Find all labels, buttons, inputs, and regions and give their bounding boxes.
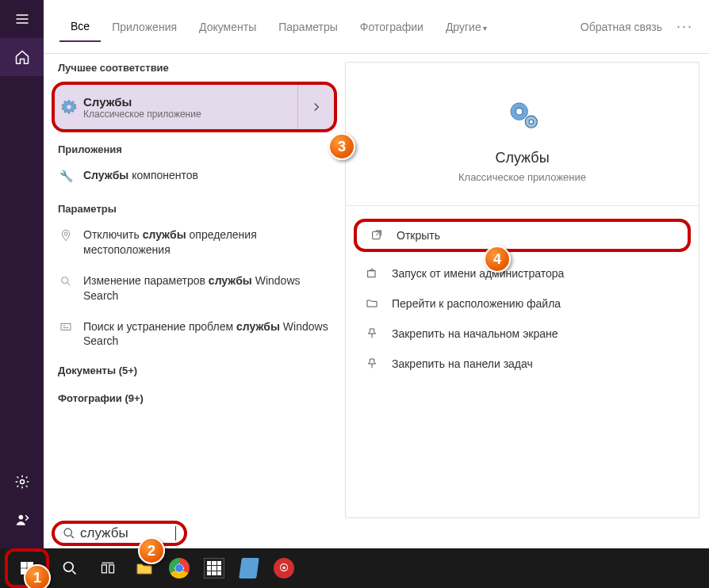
svg-point-0 [20, 480, 24, 484]
troubleshoot-icon [58, 319, 74, 335]
folder-icon [365, 296, 379, 311]
setting-result-label: Изменение параметров службы Windows Sear… [83, 273, 331, 304]
tab-apps[interactable]: Приложения [101, 13, 188, 41]
setting-result-item[interactable]: Изменение параметров службы Windows Sear… [44, 265, 345, 311]
section-params: Параметры [44, 192, 345, 220]
section-photographs[interactable]: Фотографии (9+) [44, 384, 345, 412]
action-open-label: Открыть [397, 229, 440, 242]
pin-taskbar-icon [365, 357, 379, 371]
setting-result-label: Отключить службы определения местоположе… [83, 227, 331, 258]
best-match-title: Службы [83, 95, 297, 109]
admin-icon [365, 266, 379, 281]
section-apps: Приложения [44, 132, 345, 160]
taskbar-search-button[interactable] [51, 552, 89, 585]
search-service-icon [58, 273, 74, 289]
search-input[interactable]: службы [80, 525, 175, 541]
svg-point-3 [62, 277, 68, 283]
section-best-match: Лучшее соответствие [44, 54, 345, 78]
detail-app-icon [502, 94, 543, 136]
annotation-step-4: 4 [484, 246, 511, 273]
svg-point-1 [18, 515, 22, 519]
action-open[interactable]: Открыть [357, 222, 688, 249]
component-services-icon: 🔧 [58, 168, 74, 184]
home-button[interactable] [0, 38, 44, 76]
best-match-subtitle: Классическое приложение [83, 109, 297, 120]
svg-rect-16 [102, 565, 107, 573]
taskbar: ⦿ [0, 548, 709, 588]
annotation-step-1: 1 [24, 564, 51, 588]
action-runas-label: Запуск от имени администратора [392, 267, 564, 280]
taskbar-app-calculator[interactable] [200, 554, 228, 582]
tab-settings[interactable]: Параметры [267, 13, 349, 41]
more-menu-button[interactable]: ··· [676, 18, 693, 35]
setting-result-item[interactable]: Поиск и устранение проблем службы Window… [44, 311, 345, 357]
location-off-icon [58, 227, 74, 243]
action-run-as-admin[interactable]: Запуск от имени администратора [349, 258, 696, 288]
detail-subtitle: Классическое приложение [458, 171, 586, 183]
pin-start-icon [365, 326, 379, 341]
detail-panel: Службы Классическое приложение Открыть З… [345, 62, 699, 518]
svg-point-5 [515, 108, 523, 115]
setting-result-item[interactable]: Отключить службы определения местоположе… [44, 220, 345, 265]
hamburger-button[interactable] [0, 0, 44, 38]
svg-rect-9 [368, 271, 375, 277]
action-pin-to-taskbar[interactable]: Закрепить на панели задач [349, 349, 696, 379]
app-result-label: Службы компонентов [83, 168, 198, 183]
taskbar-app-chrome[interactable] [165, 554, 194, 582]
action-pin-to-start[interactable]: Закрепить на начальном экране [349, 319, 696, 349]
task-view-button[interactable] [89, 552, 127, 585]
left-rail [0, 0, 44, 548]
annotation-step-2: 2 [138, 537, 165, 564]
account-button[interactable] [0, 501, 44, 539]
search-icon [63, 527, 75, 540]
scope-tabs: Все Приложения Документы Параметры Фотог… [44, 0, 709, 54]
taskbar-app-notepad[interactable] [235, 554, 263, 582]
app-result-item[interactable]: 🔧 Службы компонентов [44, 160, 345, 192]
results-panel: Лучшее соответствие Службы Классическое … [44, 54, 345, 518]
svg-point-7 [529, 120, 533, 124]
open-icon [370, 228, 384, 242]
settings-button[interactable] [0, 463, 44, 501]
svg-point-2 [64, 232, 67, 235]
best-match-item[interactable]: Службы Классическое приложение [52, 82, 337, 132]
section-documents[interactable]: Документы (5+) [44, 357, 345, 384]
action-pinstart-label: Закрепить на начальном экране [392, 327, 558, 340]
action-location-label: Перейти к расположению файла [392, 297, 561, 310]
detail-title: Службы [495, 150, 549, 166]
action-pintb-label: Закрепить на панели задач [392, 357, 533, 370]
annotation-step-3: 3 [328, 133, 355, 160]
tab-documents[interactable]: Документы [188, 13, 267, 41]
tab-photos[interactable]: Фотографии [349, 13, 435, 41]
feedback-link[interactable]: Обратная связь [581, 21, 662, 33]
search-box[interactable]: службы [52, 521, 187, 546]
services-icon [55, 99, 83, 115]
svg-point-10 [64, 529, 71, 536]
svg-rect-17 [109, 565, 114, 573]
action-open-file-location[interactable]: Перейти к расположению файла [349, 288, 696, 319]
taskbar-app-recorder[interactable]: ⦿ [270, 554, 298, 582]
tab-other[interactable]: Другие [435, 13, 499, 41]
svg-rect-11 [21, 563, 27, 568]
setting-result-label: Поиск и устранение проблем службы Window… [83, 319, 331, 349]
svg-point-15 [64, 563, 74, 572]
best-match-expand-button[interactable] [297, 85, 334, 129]
svg-rect-4 [61, 323, 71, 330]
tab-all[interactable]: Все [59, 12, 101, 42]
